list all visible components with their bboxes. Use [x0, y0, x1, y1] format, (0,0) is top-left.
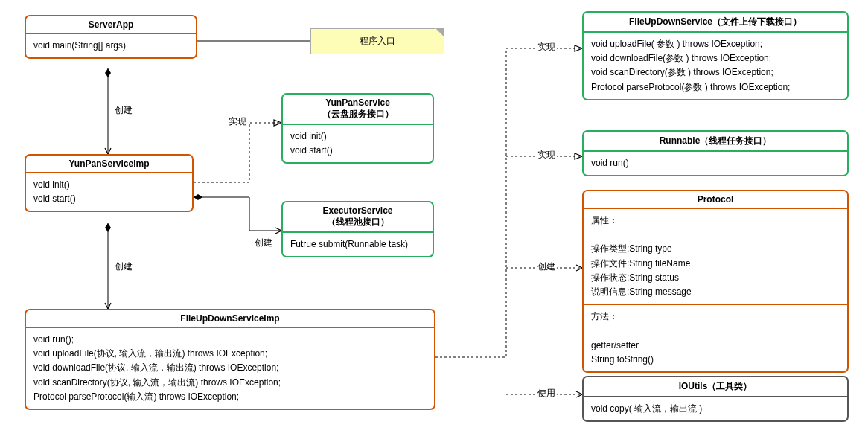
label-impl: 实现 [227, 115, 248, 128]
class-body: void uploadFile( 参数 ) throws IOException… [584, 33, 847, 99]
class-title: IOUtils（工具类） [584, 377, 847, 397]
note-text: 程序入口 [360, 36, 395, 46]
label-create: 创建 [536, 260, 557, 273]
note-entry: 程序入口 [310, 28, 444, 54]
class-protocol: Protocol 属性： 操作类型:String type 操作文件:Strin… [582, 190, 849, 373]
class-title: YunPanServiceImp [26, 156, 192, 173]
class-body: 属性： 操作类型:String type 操作文件:String fileNam… [584, 209, 847, 304]
label-use: 使用 [536, 387, 557, 400]
label-create: 创建 [113, 260, 134, 273]
class-ioutils: IOUtils（工具类） void copy( 输入流，输出流 ) [582, 376, 849, 422]
class-title: Protocol [584, 191, 847, 209]
class-body: void init() void start() [26, 173, 192, 211]
class-yunpan-service-imp: YunPanServiceImp void init() void start(… [25, 154, 194, 212]
class-body: void main(String[] args) [26, 34, 196, 57]
class-body: void run(); void uploadFile(协议, 输入流，输出流)… [26, 328, 434, 409]
class-title: Runnable（线程任务接口） [584, 132, 847, 152]
diagram-canvas: ServerApp void main(String[] args) 程序入口 … [0, 0, 868, 445]
class-body: void init() void start() [283, 125, 433, 162]
label-create: 创建 [113, 104, 134, 117]
interface-runnable: Runnable（线程任务接口） void run() [582, 130, 849, 176]
label-create: 创建 [253, 237, 274, 249]
class-body: void copy( 输入流，输出流 ) [584, 397, 847, 420]
class-body: void run() [584, 152, 847, 175]
class-title: ExecutorService （线程池接口） [283, 202, 433, 233]
interface-executor-service: ExecutorService （线程池接口） Futrue submit(Ru… [281, 201, 434, 257]
class-title: FileUpDownServiceImp [26, 310, 434, 328]
interface-yunpan-service: YunPanService （云盘服务接口） void init() void … [281, 93, 434, 164]
class-server-app: ServerApp void main(String[] args) [25, 15, 197, 59]
class-title: FileUpDownService（文件上传下载接口） [584, 13, 847, 33]
class-title: YunPanService （云盘服务接口） [283, 95, 433, 125]
label-impl: 实现 [536, 41, 557, 54]
class-body: Futrue submit(Runnable task) [283, 233, 433, 256]
class-title: ServerApp [26, 16, 196, 34]
class-file-updown-service-imp: FileUpDownServiceImp void run(); void up… [25, 309, 435, 410]
interface-file-updown-service: FileUpDownService（文件上传下载接口） void uploadF… [582, 11, 849, 100]
label-impl: 实现 [536, 149, 557, 161]
class-body: 方法： getter/setter String toString() [584, 305, 847, 371]
